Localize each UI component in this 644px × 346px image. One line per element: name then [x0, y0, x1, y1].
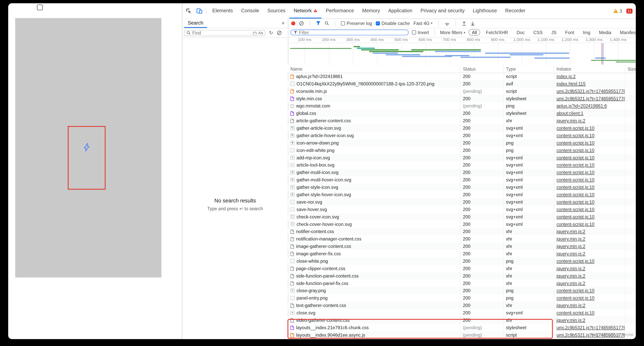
initiator-link[interactable]: content-script.js:10	[556, 192, 594, 197]
initiator-link[interactable]: content-script.js:10	[556, 126, 594, 130]
tab-elements[interactable]: Elements	[208, 3, 237, 18]
network-request-row[interactable]: image-gatherer-content.css200xhrjquery.m…	[288, 243, 636, 250]
column-header-size[interactable]: Size	[625, 65, 636, 73]
tab-search[interactable]: Search	[184, 18, 207, 28]
more-filters-button[interactable]: More filters ▾	[440, 30, 465, 35]
initiator-link[interactable]: content-script.js:10	[556, 259, 594, 264]
initiator-link[interactable]: content-script.js:10	[556, 155, 594, 160]
disable-cache-option[interactable]: ✓ Disable cache	[376, 21, 410, 25]
filter-chip-img[interactable]: Img	[580, 30, 593, 35]
network-request-row[interactable]: image-gatherer-fix.css200xhrjquery.min.j…	[288, 250, 636, 258]
issue-badges[interactable]: 3 11	[613, 3, 632, 18]
tab-console[interactable]: Console	[237, 3, 263, 18]
network-request-row[interactable]: □check-cover-icon.svg200svg+xmlcontent-s…	[288, 213, 636, 220]
device-toolbar-icon[interactable]	[195, 6, 204, 15]
network-request-row[interactable]: ≡gather-style-icon.svg200svg+xmlcontent-…	[288, 184, 636, 191]
filter-input[interactable]	[299, 30, 405, 35]
invert-option[interactable]: Invert	[412, 30, 429, 35]
initiator-link[interactable]: jquery.min.js:2	[556, 251, 586, 256]
network-request-row[interactable]: +add-mp-icon.svg200svg+xmlcontent-script…	[288, 154, 636, 161]
filter-chip-fetch-xhr[interactable]: Fetch/XHR	[483, 30, 511, 35]
network-request-row[interactable]: ▾icon-arrow-down.png200pngcontent-script…	[288, 139, 636, 146]
filter-chip-media[interactable]: Media	[596, 30, 614, 35]
initiator-link[interactable]: content-script.js:10	[556, 214, 594, 219]
initiator-link[interactable]: jquery.min.js:2	[556, 118, 586, 123]
network-request-row[interactable]: □check-cover-hover-icon.svg200svg+xmlcon…	[288, 220, 636, 228]
preserve-log-option[interactable]: Preserve log	[341, 21, 372, 25]
network-request-row[interactable]: icon-edit-white.png200pngcontent-script.…	[288, 146, 636, 154]
disable-cache-checkbox[interactable]: ✓	[376, 21, 380, 25]
preserve-log-checkbox[interactable]	[341, 21, 345, 25]
match-case-toggle[interactable]: Aa	[258, 31, 263, 35]
tab-privacy-and-security[interactable]: Privacy and security	[416, 3, 469, 18]
initiator-link[interactable]: about:client:1	[556, 111, 584, 116]
filter-chip-manifest[interactable]: Manifest	[617, 30, 636, 35]
network-request-row[interactable]: article-gatherer-content.css200xhrjquery…	[288, 117, 636, 124]
network-request-row[interactable]: style.min.css200stylesheetumi.2c9b5321.j…	[288, 95, 636, 102]
initiator-link[interactable]: content-script.js:10	[556, 177, 594, 182]
network-request-row[interactable]: wgo.mmstat.com(pending)pingaplus.js?id=2…	[288, 102, 636, 110]
initiator-link[interactable]: jquery.min.js:2	[556, 274, 586, 278]
tab-recorder[interactable]: Recorder	[501, 3, 530, 18]
network-request-row[interactable]: layouts__index.21e791c6.chunk.css(pendin…	[288, 324, 636, 331]
initiator-link[interactable]: aplus.js?id=202419861:6	[556, 103, 607, 108]
throttling-select[interactable]: Fast 4G ▾	[414, 21, 432, 25]
clear-network-log-icon[interactable]	[299, 21, 304, 25]
initiator-link[interactable]: content-script.js:10	[556, 200, 594, 204]
network-request-row[interactable]: ≡gather-mutil-icon.svg200svg+xmlcontent-…	[288, 169, 636, 176]
network-request-row[interactable]: panel-entry.png200pngcontent-script.js:1…	[288, 294, 636, 302]
network-request-row[interactable]: –article-tool-box.svg200svg+xmlcontent-s…	[288, 161, 636, 169]
initiator-link[interactable]: jquery.min.js:2	[556, 281, 586, 286]
initiator-link[interactable]: content-script.js:10	[556, 140, 594, 145]
record-icon[interactable]	[291, 21, 295, 25]
tab-network[interactable]: Network	[290, 3, 322, 18]
network-request-row[interactable]: side-function-panel-content.css200xhrjqu…	[288, 272, 636, 280]
waterfall-overview[interactable]: 100 ms200 ms300 ms400 ms500 ms600 ms700 …	[288, 37, 636, 65]
search-input-box[interactable]: (*) Aa	[184, 30, 266, 36]
initiator-link[interactable]: content-script.js:10	[556, 222, 594, 226]
network-request-row[interactable]: ✎gather-article-hover-icon.svg200svg+xml…	[288, 132, 636, 139]
initiator-link[interactable]: jquery.min.js:2	[556, 236, 586, 241]
column-header-status[interactable]: Status	[460, 65, 504, 73]
network-request-row[interactable]: O1CN014kqXkX22y9iy5WhI6_!!6000000007188-…	[288, 80, 636, 87]
initiator-link[interactable]: umi.2c9b5321.js?t=1748595517760	[556, 89, 625, 94]
network-request-row[interactable]: notifier-content.css200xhrjquery.min.js:…	[288, 228, 636, 235]
initiator-link[interactable]: content-script.js:10	[556, 296, 594, 300]
network-request-row[interactable]: close-white.png200pngcontent-script.js:1…	[288, 258, 636, 265]
initiator-link[interactable]: umi.2c9b5321.js?t=1748595517760	[556, 325, 625, 330]
filter-chip-all[interactable]: All	[468, 29, 480, 36]
initiator-link[interactable]: content-script.js:10	[556, 310, 594, 315]
close-icon[interactable]: ×	[282, 20, 285, 26]
network-conditions-icon[interactable]	[444, 21, 450, 25]
initiator-link[interactable]: jquery.min.js:2	[556, 244, 586, 249]
tab-memory[interactable]: Memory	[358, 3, 384, 18]
tab-lighthouse[interactable]: Lighthouse	[469, 3, 501, 18]
invert-checkbox[interactable]	[412, 30, 416, 34]
network-request-row[interactable]: aplus.js?id=202419861200scriptindex.js:2	[288, 73, 636, 80]
initiator-link[interactable]: content-script.js:10	[556, 162, 594, 167]
import-har-icon[interactable]	[462, 21, 466, 25]
initiator-link[interactable]: jquery.min.js:2	[556, 229, 586, 234]
initiator-link[interactable]: jquery.min.js:2	[556, 266, 586, 271]
filter-chip-css[interactable]: CSS	[530, 30, 546, 35]
network-request-row[interactable]: page-clipper-content.css200xhrjquery.min…	[288, 265, 636, 272]
refresh-icon[interactable]: ↻	[269, 30, 273, 36]
network-request-row[interactable]: ≡gather-mutil-hover-icon.svg200svg+xmlco…	[288, 176, 636, 184]
network-search-icon[interactable]	[324, 21, 329, 25]
initiator-link[interactable]: umi.2c9b5321.js?t=1748595517760	[556, 96, 625, 101]
initiator-link[interactable]: index.js:2	[556, 74, 576, 79]
network-request-row[interactable]: text-gatherer-content.css200xhrjquery.mi…	[288, 302, 636, 309]
network-request-row[interactable]: ×close.svg200svg+xmlcontent-script.js:10	[288, 309, 636, 317]
initiator-link[interactable]: content-script.js:10	[556, 133, 594, 138]
network-request-row[interactable]: global.css200stylesheetabout:client:1	[288, 110, 636, 117]
network-request-row[interactable]: ×close-gray.png200pngcontent-script.js:1…	[288, 287, 636, 294]
initiator-link[interactable]: content-script.js:10	[556, 148, 594, 153]
filter-input-box[interactable]	[290, 30, 409, 35]
search-input[interactable]	[192, 30, 251, 35]
column-header-initiator[interactable]: Initiator	[554, 65, 625, 73]
filter-chip-js[interactable]: JS	[548, 30, 559, 35]
network-request-row[interactable]: ≡gather-style-hover-icon.svg200svg+xmlco…	[288, 191, 636, 198]
clear-search-icon[interactable]	[277, 30, 282, 35]
network-request-row[interactable]: video-gatherer-content.css200xhrjquery.m…	[288, 317, 636, 324]
initiator-link[interactable]: index.html:115	[556, 81, 586, 86]
